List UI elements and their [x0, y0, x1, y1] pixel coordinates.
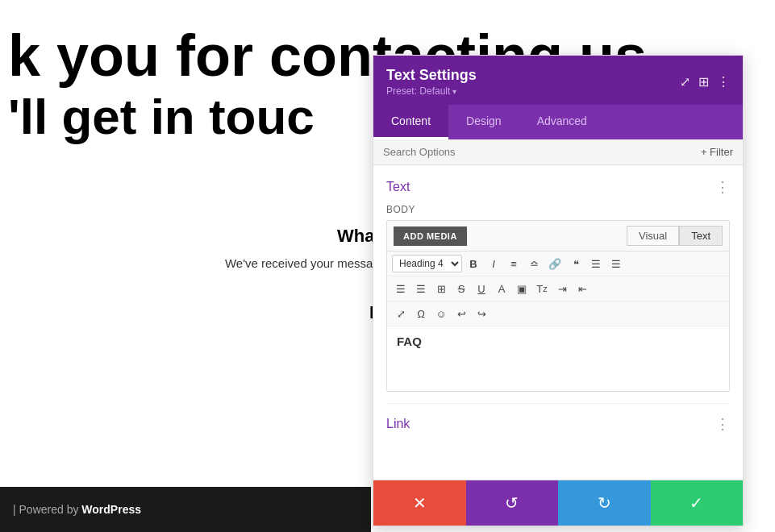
- text-color-button[interactable]: A: [493, 280, 510, 297]
- tab-design[interactable]: Design: [448, 105, 519, 139]
- text-toggle-button[interactable]: Text: [679, 226, 723, 246]
- view-toggle: Visual Text: [627, 226, 723, 246]
- strikethrough-button[interactable]: S: [452, 280, 470, 297]
- panel-title: Text Settings: [386, 67, 680, 84]
- search-input[interactable]: [383, 146, 701, 158]
- align-left-2-button[interactable]: ☰: [392, 280, 410, 297]
- link-section-header: Link ⋮: [386, 415, 730, 433]
- fullscreen-editor-button[interactable]: ⤢: [392, 305, 410, 322]
- undo-toolbar-button[interactable]: ↩: [452, 305, 470, 322]
- emoji-button[interactable]: ☺: [432, 305, 450, 322]
- text-section-menu-icon[interactable]: ⋮: [715, 178, 730, 196]
- page-footer: | Powered by WordPress: [0, 487, 371, 532]
- panel-title-area: Text Settings Preset: Default ▾: [386, 67, 680, 97]
- align-right-button[interactable]: ☰: [607, 255, 625, 272]
- columns-icon[interactable]: ⊞: [698, 74, 709, 89]
- fullscreen-icon[interactable]: ⤢: [680, 74, 690, 89]
- redo-button[interactable]: ↻: [558, 480, 651, 526]
- panel-search-bar: + Filter: [373, 139, 743, 165]
- unordered-list-button[interactable]: ≡: [505, 255, 523, 272]
- italic-button[interactable]: I: [485, 255, 502, 272]
- save-button[interactable]: ✓: [651, 480, 744, 526]
- text-section-header: Text ⋮: [386, 178, 730, 196]
- paste-button[interactable]: ▣: [513, 280, 531, 297]
- text-section-title: Text: [386, 180, 410, 194]
- editor-area: ADD MEDIA Visual Text Heading 4 Heading …: [386, 220, 730, 392]
- bold-button[interactable]: B: [465, 255, 482, 272]
- ordered-list-button[interactable]: ≏: [525, 255, 543, 272]
- editor-top-row: ADD MEDIA Visual Text: [387, 221, 729, 251]
- panel-header: Text Settings Preset: Default ▾ ⤢ ⊞ ⋮: [373, 56, 743, 105]
- toolbar-row-1: Heading 4 Heading 1 Heading 2 Heading 3 …: [387, 251, 729, 276]
- link-section: Link ⋮: [386, 403, 730, 433]
- editor-content[interactable]: FAQ: [387, 326, 729, 391]
- cancel-button[interactable]: ✕: [373, 480, 466, 526]
- panel-preset-dropdown[interactable]: Preset: Default ▾: [386, 85, 680, 97]
- text-settings-panel: Text Settings Preset: Default ▾ ⤢ ⊞ ⋮ Co…: [373, 55, 744, 526]
- clear-format-button[interactable]: Tz: [533, 280, 551, 297]
- outdent-button[interactable]: ⇤: [573, 280, 591, 297]
- underline-button[interactable]: U: [473, 280, 490, 297]
- blockquote-button[interactable]: ❝: [567, 255, 585, 272]
- visual-toggle-button[interactable]: Visual: [627, 226, 679, 246]
- link-section-menu-icon[interactable]: ⋮: [715, 415, 730, 433]
- panel-footer: ✕ ↺ ↻ ✓: [373, 480, 743, 526]
- tab-advanced[interactable]: Advanced: [519, 105, 605, 139]
- toolbar-row-2: ☰ ☰ ⊞ S U A ▣ Tz ⇥ ⇤: [387, 276, 729, 301]
- table-button[interactable]: ⊞: [432, 280, 450, 297]
- heading-select[interactable]: Heading 4 Heading 1 Heading 2 Heading 3 …: [392, 255, 462, 272]
- special-char-button[interactable]: Ω: [412, 305, 430, 322]
- link-button[interactable]: 🔗: [545, 255, 565, 272]
- filter-button[interactable]: + Filter: [701, 146, 733, 158]
- align-left-button[interactable]: ☰: [587, 255, 605, 272]
- link-section-title: Link: [386, 417, 410, 431]
- redo-toolbar-button[interactable]: ↪: [473, 305, 490, 322]
- panel-header-icons: ⤢ ⊞ ⋮: [680, 74, 730, 89]
- align-center-button[interactable]: ☰: [412, 280, 430, 297]
- more-options-icon[interactable]: ⋮: [717, 74, 730, 89]
- toolbar-row-3: ⤢ Ω ☺ ↩ ↪: [387, 301, 729, 326]
- add-media-button[interactable]: ADD MEDIA: [394, 227, 467, 246]
- tab-content[interactable]: Content: [373, 105, 448, 139]
- preset-chevron-icon: ▾: [452, 87, 456, 96]
- panel-content-area: Text ⋮ Body ADD MEDIA Visual Text Headin…: [373, 165, 743, 480]
- body-label: Body: [386, 204, 730, 215]
- undo-button[interactable]: ↺: [466, 480, 559, 526]
- panel-tabs: Content Design Advanced: [373, 105, 743, 139]
- indent-button[interactable]: ⇥: [553, 280, 571, 297]
